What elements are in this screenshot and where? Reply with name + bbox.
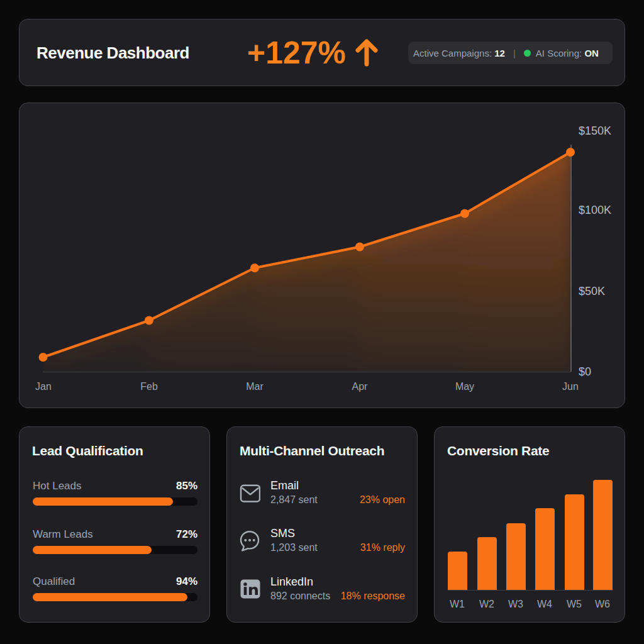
svg-text:Jan: Jan <box>35 381 52 392</box>
svg-text:$0: $0 <box>579 365 591 378</box>
svg-text:Jun: Jun <box>562 381 579 392</box>
svg-text:$100K: $100K <box>579 204 611 216</box>
svg-text:$150K: $150K <box>579 125 611 137</box>
svg-text:Feb: Feb <box>140 381 158 392</box>
svg-text:May: May <box>455 381 474 392</box>
svg-text:Apr: Apr <box>352 381 369 392</box>
svg-text:Mar: Mar <box>246 381 264 392</box>
svg-text:$50K: $50K <box>579 285 605 297</box>
